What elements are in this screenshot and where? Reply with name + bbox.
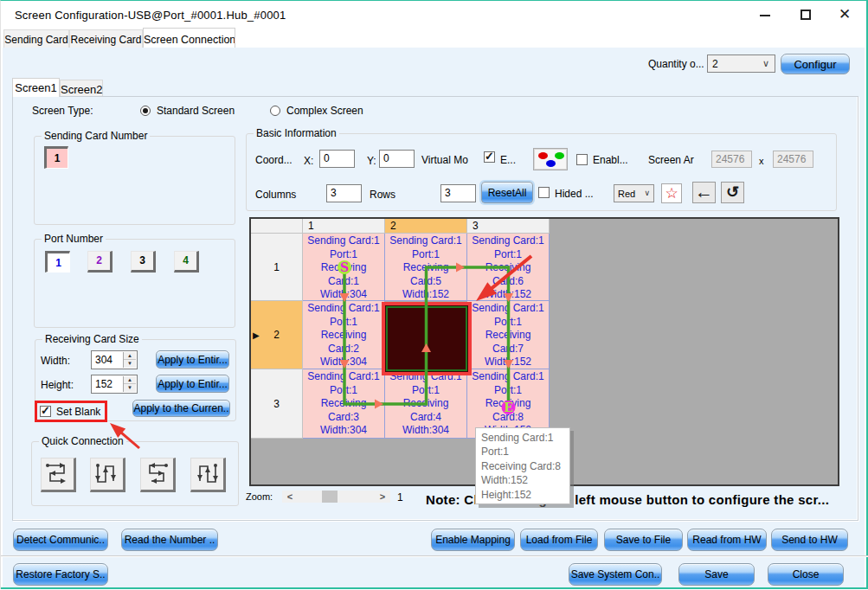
tab-receiving-card[interactable]: Receiving Card — [69, 29, 143, 48]
grid-col-header[interactable]: 3 — [467, 219, 550, 234]
enable-mapping-button[interactable]: Enable Mapping — [431, 529, 515, 551]
selected-blank-cell[interactable] — [382, 302, 472, 375]
grid-cell-line: Port:1 — [467, 248, 549, 262]
grid-cell[interactable]: Sending Card:1Port:1ReceivingCard:4Width… — [385, 369, 467, 439]
width-label: Width: — [41, 355, 70, 367]
y-input[interactable]: 0 — [379, 150, 415, 168]
quantity-dropdown[interactable]: 2 ∨ — [707, 55, 775, 73]
grid-col-header[interactable]: 2 — [385, 219, 467, 234]
tab-screen2[interactable]: Screen2 — [60, 80, 103, 97]
tab-sending-card[interactable]: Sending Card — [3, 29, 69, 48]
icon-shape — [46, 464, 49, 467]
grid-cell[interactable]: Sending Card:1Port:1ReceivingCard:7Width… — [467, 301, 550, 369]
minimize-button[interactable] — [752, 5, 778, 26]
load-from-file-button[interactable]: Load from File — [520, 529, 598, 551]
hided-checkbox[interactable] — [538, 187, 550, 198]
zoom-scrollbar-thumb[interactable] — [322, 491, 338, 503]
quick-connection-left-down-icon[interactable] — [140, 458, 176, 492]
read-from-hw-button[interactable]: Read from HW — [687, 529, 767, 551]
icon-shape — [95, 476, 100, 481]
send-to-hw-button[interactable]: Send to HW — [771, 529, 848, 551]
spin-down-icon[interactable]: ▼ — [124, 384, 136, 392]
title-bar: Screen Configuration-USB@Port_#0001.Hub_… — [1, 2, 866, 28]
spin-up-icon[interactable]: ▲ — [124, 352, 136, 360]
detect-communication-button[interactable]: Detect Communic.. — [13, 529, 108, 551]
scroll-left-icon[interactable]: < — [284, 491, 296, 503]
grid-cell-line: Port:1 — [303, 316, 384, 330]
grid-row-header[interactable]: 1 — [251, 234, 303, 301]
icon-shape — [158, 471, 164, 476]
maximize-button[interactable] — [793, 5, 819, 26]
sending-card-1-button[interactable]: 1 — [44, 146, 68, 169]
read-number-button[interactable]: Read the Number .. — [121, 529, 218, 551]
led-colors-button[interactable] — [533, 148, 568, 170]
quick-connection-right-down-icon[interactable] — [41, 458, 76, 492]
grid-cell[interactable]: Sending Card:1Port:1ReceivingCard:6Width… — [467, 234, 550, 301]
save-button[interactable]: Save — [678, 563, 755, 586]
close-icon: ✕ — [832, 5, 858, 24]
height-spin-buttons[interactable]: ▲▼ — [123, 376, 136, 392]
zoom-value: 1 — [397, 491, 403, 503]
close-button[interactable]: ✕ — [832, 5, 858, 26]
save-to-file-button[interactable]: Save to File — [604, 529, 683, 551]
x-input[interactable]: 0 — [319, 150, 355, 168]
grid-cell-line: Receiving — [303, 329, 384, 343]
quick-connection-down-up-icon[interactable] — [90, 458, 125, 492]
tab-screen-connection[interactable]: Screen Connection — [143, 28, 235, 48]
enable-checkbox[interactable] — [576, 154, 588, 165]
undo-icon: ↺ — [726, 183, 739, 201]
rows-input[interactable]: 3 — [440, 184, 476, 202]
apply-width-button[interactable]: Apply to Entir... — [156, 350, 229, 369]
quick-connection-up-down-icon[interactable] — [190, 458, 226, 492]
save-system-config-button[interactable]: Save System Con.. — [569, 563, 662, 586]
icon-shape — [111, 475, 116, 480]
configure-button[interactable]: Configur — [781, 54, 850, 74]
spin-down-icon[interactable]: ▼ — [124, 360, 136, 368]
columns-input[interactable]: 3 — [326, 184, 362, 202]
spin-up-icon[interactable]: ▲ — [124, 376, 136, 384]
icon-shape — [205, 467, 210, 472]
icon-shape — [96, 464, 100, 467]
width-spinner[interactable]: 304 ▲▼ — [91, 350, 138, 369]
port-2-button[interactable]: 2 — [87, 251, 113, 273]
grid-cell-line: Width:304 — [385, 424, 466, 438]
port-1-button[interactable]: 1 — [45, 251, 70, 273]
port-4-button[interactable]: 4 — [174, 251, 199, 273]
grid-cell[interactable]: Sending Card:1Port:1ReceivingCard:1Width… — [303, 234, 385, 301]
zoom-scrollbar[interactable]: < > — [282, 491, 390, 503]
radio-complex-screen[interactable] — [270, 106, 280, 116]
apply-to-current-button[interactable]: Apply to the Curren.. — [132, 400, 230, 417]
restore-factory-button[interactable]: Restore Factory S.. — [13, 563, 108, 586]
back-arrow-button[interactable]: ← — [692, 182, 716, 203]
scroll-right-icon[interactable]: > — [376, 491, 389, 503]
grid-cell-line: Card:6 — [467, 275, 549, 289]
serpentine-path-icon — [191, 459, 223, 490]
rows-label: Rows — [370, 189, 395, 201]
tab-screen1[interactable]: Screen1 — [12, 78, 60, 97]
height-spinner[interactable]: 152 ▲▼ — [91, 375, 138, 394]
grid-cell[interactable]: Sending Card:1Port:1ReceivingCard:5Width… — [385, 234, 467, 301]
icon-shape — [213, 476, 218, 481]
reset-all-button[interactable]: ResetAll — [481, 182, 533, 203]
star-button[interactable]: ☆ — [661, 183, 682, 203]
bottom-separator — [1, 555, 868, 557]
radio-standard-screen[interactable] — [140, 106, 151, 116]
grid-cell[interactable]: Sending Card:1Port:1ReceivingCard:2Width… — [303, 301, 385, 369]
grid-row-header[interactable]: 3 — [251, 369, 303, 439]
virtual-mode-enable-label: E... — [500, 154, 516, 166]
width-spin-buttons[interactable]: ▲▼ — [123, 352, 136, 368]
virtual-mode-checkbox[interactable] — [484, 151, 495, 163]
grid-cell-line: Card:3 — [303, 411, 384, 425]
close-dialog-button[interactable]: Close — [768, 563, 844, 586]
grid-col-header[interactable]: 1 — [303, 219, 385, 234]
color-dropdown[interactable]: Red ∨ — [614, 184, 654, 202]
port-3-button[interactable]: 3 — [131, 251, 156, 273]
serpentine-path-icon — [91, 459, 123, 490]
window-bottom-border — [1, 587, 868, 589]
grid-row-header[interactable]: 2▶ — [251, 301, 303, 369]
undo-button[interactable]: ↺ — [721, 182, 744, 203]
grid-cell[interactable]: Sending Card:1Port:1ReceivingCard:3Width… — [303, 369, 385, 439]
apply-height-button[interactable]: Apply to Entir... — [156, 375, 229, 393]
grid-cell-line: Width:304 — [303, 356, 384, 369]
dialog-window: Screen Configuration-USB@Port_#0001.Hub_… — [0, 0, 868, 589]
